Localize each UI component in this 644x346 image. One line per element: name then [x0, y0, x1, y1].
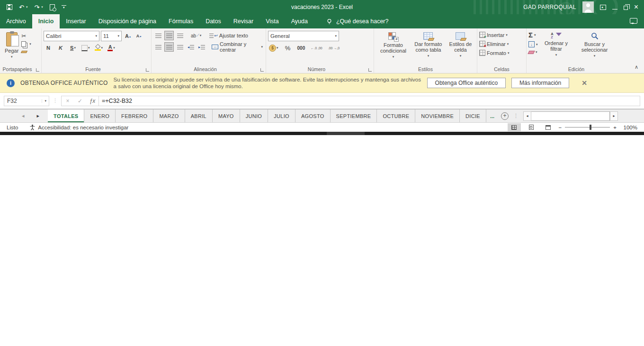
merge-center-button[interactable]: ↔Combinar y centrar▾: [211, 42, 264, 52]
more-info-button[interactable]: Más información: [511, 78, 569, 88]
ribbon-tab-datos[interactable]: Datos: [199, 14, 227, 28]
italic-button[interactable]: K: [56, 43, 65, 53]
sheet-tab-dicie[interactable]: DICIE: [460, 109, 486, 122]
sheet-tab-enero[interactable]: ENERO: [84, 109, 116, 122]
borders-button[interactable]: ▾: [80, 43, 91, 53]
alignment-dialog-launcher-icon[interactable]: [260, 68, 264, 72]
wrap-text-button[interactable]: ↩Ajustar texto: [208, 31, 249, 40]
account-name[interactable]: GAD PARROQUIAL: [523, 4, 576, 10]
sheet-tab-marzo[interactable]: MARZO: [153, 109, 185, 122]
format-painter-button[interactable]: [21, 49, 31, 53]
zoom-slider-thumb[interactable]: [590, 125, 591, 130]
formula-input[interactable]: =+C32-B32: [99, 96, 640, 106]
accounting-format-button[interactable]: $▾: [268, 43, 279, 53]
cell-styles-button[interactable]: Estilos de celda▾: [446, 31, 475, 65]
sheet-tab-noviembre[interactable]: NOVIEMBRE: [415, 109, 460, 122]
redo-dropdown-icon[interactable]: ▾: [41, 5, 43, 9]
ribbon-display-options-icon[interactable]: [600, 5, 606, 10]
insert-function-icon[interactable]: ƒx: [86, 98, 98, 104]
get-office-button[interactable]: Obtenga Office auténtico: [427, 78, 506, 88]
zoom-in-icon[interactable]: +: [613, 125, 617, 130]
increase-decimal-button[interactable]: ←.0 ,00: [310, 43, 323, 53]
format-as-table-button[interactable]: Dar formato como tabla▾: [411, 31, 446, 65]
minimize-button[interactable]: [612, 9, 617, 9]
underline-button[interactable]: S▾: [68, 43, 78, 53]
sort-filter-button[interactable]: AZ Ordenar y filtrar▾: [538, 31, 575, 65]
prev-sheet-icon[interactable]: ◂: [22, 113, 25, 119]
comment-icon[interactable]: [630, 18, 637, 24]
zoom-out-icon[interactable]: −: [559, 125, 562, 130]
sheet-tab-totales[interactable]: TOTALES: [48, 109, 84, 122]
sheet-tab-julio[interactable]: JULIO: [268, 109, 295, 122]
increase-indent-button[interactable]: ▸: [197, 42, 206, 52]
insert-cells-button[interactable]: Insertar▾: [479, 32, 509, 38]
decrease-decimal-button[interactable]: .00 →,0: [327, 43, 341, 53]
restore-button[interactable]: [624, 6, 628, 10]
align-left-button[interactable]: [153, 42, 163, 52]
page-layout-view-button[interactable]: [525, 123, 538, 131]
ribbon-tab-disposici-n-de-p-gina[interactable]: Disposición de página: [92, 14, 162, 28]
autosum-button[interactable]: Σ▾: [528, 32, 538, 38]
find-select-button[interactable]: Buscar y seleccionar▾: [575, 31, 615, 65]
ribbon-tab-inicio[interactable]: Inicio: [32, 14, 60, 28]
sheet-tab-mayo[interactable]: MAYO: [213, 109, 240, 122]
accessibility-status[interactable]: Accesibilidad: es necesario investigar: [29, 124, 128, 130]
shrink-font-button[interactable]: A▾: [134, 31, 143, 41]
undo-dropdown-icon[interactable]: ▾: [26, 5, 28, 9]
zoom-level[interactable]: 100%: [620, 125, 637, 130]
hidden-tabs-ellipsis[interactable]: ...: [486, 109, 498, 122]
grow-font-button[interactable]: A▴: [123, 31, 133, 41]
sheet-tab-agosto[interactable]: AGOSTO: [295, 109, 331, 122]
normal-view-button[interactable]: [508, 123, 521, 131]
align-middle-button[interactable]: [164, 31, 174, 40]
name-box[interactable]: F32▾: [4, 96, 49, 106]
ribbon-tab-vista[interactable]: Vista: [259, 14, 285, 28]
page-break-view-button[interactable]: [542, 123, 555, 131]
delete-cells-button[interactable]: Eliminar▾: [479, 41, 509, 47]
ribbon-tab-archivo[interactable]: Archivo: [0, 14, 32, 28]
sheet-tab-febrero[interactable]: FEBRERO: [116, 109, 153, 122]
ribbon-tab-insertar[interactable]: Insertar: [60, 14, 92, 28]
paste-button[interactable]: Pegar ▾: [2, 31, 21, 65]
scroll-left-icon[interactable]: ◂: [523, 111, 531, 121]
ribbon-tab-ayuda[interactable]: Ayuda: [285, 14, 314, 28]
align-right-button[interactable]: [175, 42, 185, 52]
align-center-button[interactable]: [164, 42, 174, 52]
number-format-select[interactable]: General▾: [268, 31, 339, 41]
sheet-tab-octubre[interactable]: OCTUBRE: [377, 109, 415, 122]
name-box-dropdown-icon[interactable]: ▾: [42, 99, 49, 103]
comma-style-button[interactable]: 000: [296, 43, 306, 53]
sheet-tab-septiembre[interactable]: SEPTIEMBRE: [331, 109, 377, 122]
next-sheet-icon[interactable]: ▸: [37, 113, 40, 119]
collapse-ribbon-icon[interactable]: ∧: [635, 64, 638, 70]
clipboard-dialog-launcher-icon[interactable]: [36, 68, 39, 72]
percent-style-button[interactable]: %: [283, 43, 293, 53]
avatar[interactable]: [582, 1, 594, 13]
cut-button[interactable]: ✂: [21, 33, 31, 39]
clear-button[interactable]: ▾: [528, 50, 538, 54]
fill-button[interactable]: ↓▾: [528, 41, 538, 47]
bold-button[interactable]: N: [44, 43, 53, 53]
orientation-button[interactable]: ab⟋▾: [190, 31, 202, 40]
tell-me-search[interactable]: ¿Qué desea hacer?: [326, 14, 389, 28]
confirm-entry-icon[interactable]: ✓: [74, 98, 86, 104]
fill-color-button[interactable]: ▾: [94, 43, 104, 53]
copy-button[interactable]: ▾: [21, 41, 31, 47]
new-sheet-button[interactable]: +: [501, 112, 509, 120]
format-cells-button[interactable]: Formato▾: [479, 50, 509, 56]
ribbon-tab-f-rmulas[interactable]: Fórmulas: [162, 14, 199, 28]
font-color-button[interactable]: A▾: [107, 43, 116, 53]
font-family-select[interactable]: Calibri▾: [44, 31, 99, 41]
close-button[interactable]: ×: [634, 3, 638, 11]
save-icon[interactable]: [7, 4, 12, 10]
align-bottom-button[interactable]: [175, 31, 185, 40]
decrease-indent-button[interactable]: ◂: [186, 42, 196, 52]
redo-icon[interactable]: ↷: [34, 4, 39, 11]
zoom-slider[interactable]: [565, 127, 610, 127]
sheet-tab-junio[interactable]: JUNIO: [240, 109, 268, 122]
undo-icon[interactable]: ↶: [19, 4, 24, 11]
sheet-tab-abril[interactable]: ABRIL: [185, 109, 213, 122]
scroll-right-icon[interactable]: ▸: [610, 111, 618, 121]
cancel-entry-icon[interactable]: ×: [62, 98, 74, 104]
customize-qat-icon[interactable]: ▾: [62, 5, 66, 9]
